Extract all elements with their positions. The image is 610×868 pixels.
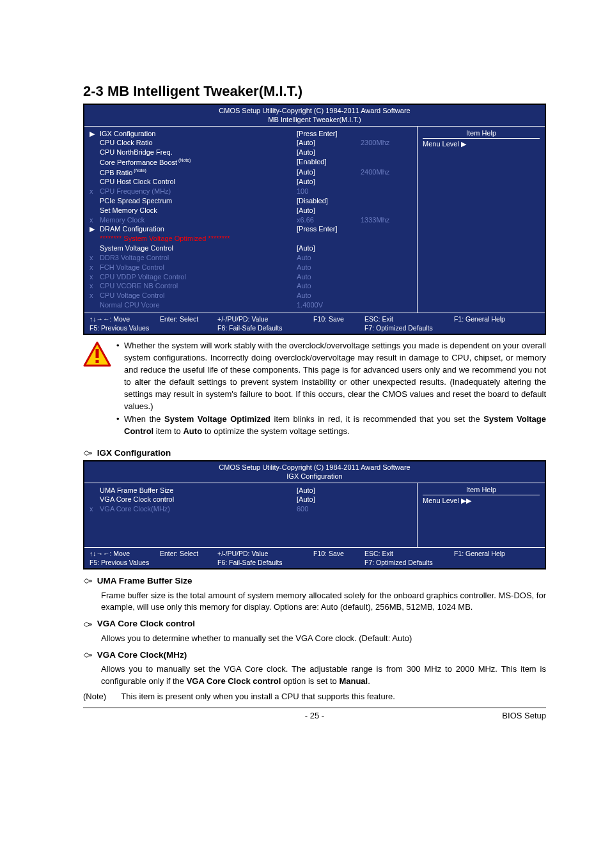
hint2-f1: F1: General Help	[454, 549, 505, 558]
note-line: (Note) This item is present only when yo…	[83, 692, 546, 701]
bios-setting-row: Normal CPU Vcore1.4000V	[90, 300, 412, 310]
bios-page-title: MB Intelligent Tweaker(M.I.T.)	[84, 115, 545, 124]
setting-extra: 2400Mhz	[361, 167, 412, 178]
disabled-mark	[90, 206, 100, 215]
disabled-mark: x	[90, 281, 100, 291]
disabled-mark	[90, 300, 100, 310]
setting-value: Auto	[297, 263, 361, 272]
bios-setting-row: xDDR3 Voltage ControlAuto	[90, 253, 412, 263]
vcc-heading-text: VGA Core Clock control	[97, 619, 195, 628]
hint-f5: F5: Previous Values	[90, 323, 157, 332]
bios-copyright-2: CMOS Setup Utility-Copyright (C) 1984-20…	[84, 463, 545, 472]
setting-value: x6.66	[297, 215, 361, 225]
setting-value: [Press Enter]	[297, 224, 361, 234]
setting-value: [Auto]	[297, 244, 361, 253]
setting-value: [Auto]	[297, 495, 361, 504]
setting-extra	[361, 263, 412, 272]
bios-setting-row: UMA Frame Buffer Size[Auto]	[90, 486, 412, 495]
bios-setting-row: xCPU VDDP Voltage ControlAuto	[90, 272, 412, 282]
setting-extra	[361, 148, 412, 157]
svg-rect-2	[96, 360, 99, 363]
bios-page-title-2: IGX Configuration	[84, 472, 545, 481]
hint2-f5: F5: Previous Values	[90, 558, 157, 567]
setting-label: Set Memory Clock	[100, 206, 297, 215]
setting-label: CPU NorthBridge Freq.	[100, 148, 297, 157]
disabled-mark	[90, 148, 100, 157]
note-superscript: (Note)	[177, 158, 191, 162]
bios-setting-row: Core Performance Boost (Note)[Enabled]	[90, 157, 412, 167]
warn2-b1: System Voltage Optimized	[164, 414, 270, 424]
setting-extra	[361, 272, 412, 282]
uma-heading: UMA Frame Buffer Size	[83, 575, 546, 587]
pointer-icon	[83, 448, 95, 458]
bios-setting-row: PCIe Spread Spectrum[Disabled]	[90, 196, 412, 206]
bios-settings-pane-2: UMA Frame Buffer Size[Auto]VGA Core Cloc…	[84, 483, 417, 547]
vcm-mid: option is set to	[281, 676, 339, 686]
setting-value: [Enabled]	[297, 157, 361, 167]
hint2-f7: F7: Optimized Defaults	[364, 558, 451, 567]
bios-setting-row: ▶DRAM Configuration[Press Enter]	[90, 224, 412, 234]
setting-extra	[361, 281, 412, 291]
vcm-description: Allows you to manually set the VGA Core …	[83, 663, 546, 688]
setting-label: CPU VDDP Voltage Control	[100, 272, 297, 282]
bios-setting-row: CPU Clock Ratio[Auto]2300Mhz	[90, 138, 412, 148]
bios-help-pane-2: Item Help Menu Level ▶▶	[417, 483, 545, 547]
setting-value: 1.4000V	[297, 300, 361, 310]
menu-level: Menu Level ▶	[423, 138, 540, 148]
disabled-mark	[90, 138, 100, 148]
pointer-icon	[83, 575, 95, 587]
disabled-mark	[90, 177, 100, 187]
hint-enter: Enter: Select	[160, 314, 215, 323]
note-superscript: (Note)	[132, 168, 146, 173]
disabled-mark: x	[90, 291, 100, 300]
arrow-icon: ▶	[90, 224, 100, 234]
disabled-mark: x	[90, 215, 100, 225]
bios-screen-mit: CMOS Setup Utility-Copyright (C) 1984-20…	[83, 104, 546, 335]
hint-f7: F7: Optimized Defaults	[364, 323, 451, 332]
footer-section-name: BIOS Setup	[502, 711, 546, 720]
page-number: - 25 -	[83, 711, 546, 720]
setting-extra	[361, 187, 412, 196]
setting-label: DRAM Configuration	[100, 224, 297, 234]
setting-value: [Auto]	[297, 486, 361, 495]
setting-value: [Auto]	[297, 148, 361, 157]
setting-value: [Auto]	[297, 206, 361, 215]
note-text: This item is present only when you insta…	[121, 692, 395, 701]
setting-label: CPU VCORE NB Control	[100, 281, 297, 291]
setting-label: CPU Host Clock Control	[100, 177, 297, 187]
setting-extra	[361, 244, 412, 253]
setting-extra	[361, 129, 412, 139]
setting-extra: 2300Mhz	[361, 138, 412, 148]
vga-core-clock-control-heading: VGA Core Clock control	[83, 617, 546, 630]
warning-item-1: Whether the system will work stably with…	[116, 340, 546, 412]
setting-extra	[361, 253, 412, 263]
setting-value: Auto	[297, 291, 361, 300]
system-voltage-optimized-line: ******** System Voltage Optimized ******…	[90, 234, 412, 244]
vga-core-clock-mhz-heading: VGA Core Clock(MHz)	[83, 649, 546, 662]
bios-setting-row: System Voltage Control[Auto]	[90, 244, 412, 253]
hint2-value: +/-/PU/PD: Value	[217, 549, 311, 558]
disabled-mark	[90, 167, 100, 178]
section-heading: 2-3 MB Intelligent Tweaker(M.I.T.)	[83, 83, 546, 100]
warn2-mid2: item to	[153, 426, 183, 436]
warn2-mid: item blinks in red, it is recommended th…	[270, 414, 483, 424]
setting-label: CPU Frequency (MHz)	[100, 187, 297, 196]
setting-label: Memory Clock	[100, 215, 297, 225]
warn2-b3: Auto	[183, 426, 202, 436]
setting-label: PCIe Spread Spectrum	[100, 196, 297, 206]
setting-label: VGA Core Clock(MHz)	[100, 504, 297, 514]
setting-label: CPU Clock Ratio	[100, 138, 297, 148]
hint2-move: ↑↓→←: Move	[90, 549, 157, 558]
svg-rect-1	[96, 349, 99, 358]
setting-label: Normal CPU Vcore	[100, 300, 297, 310]
disabled-mark: x	[90, 187, 100, 196]
setting-extra	[361, 157, 412, 167]
setting-value: 600	[297, 504, 361, 514]
pointer-icon	[83, 617, 95, 630]
bios-setting-row: xCPU VCORE NB ControlAuto	[90, 281, 412, 291]
disabled-mark	[90, 196, 100, 206]
vcm-b1: VGA Core Clock control	[187, 676, 281, 686]
igx-heading-text: IGX Configuration	[97, 448, 171, 458]
bios-setting-row: VGA Core Clock control[Auto]	[90, 495, 412, 504]
warning-item-2: When the System Voltage Optimized item b…	[116, 414, 546, 438]
